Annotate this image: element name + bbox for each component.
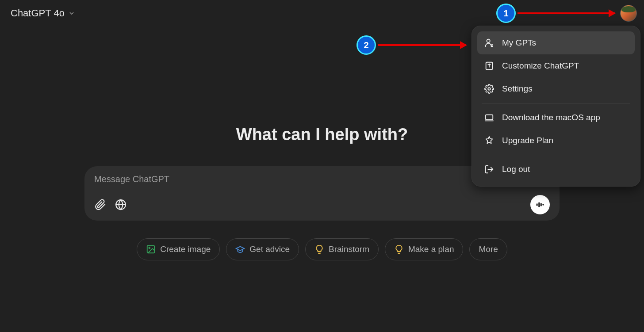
attach-button[interactable]	[94, 198, 107, 211]
menu-label: Settings	[502, 84, 533, 94]
bulb-icon	[314, 244, 324, 254]
chip-label: Make a plan	[408, 244, 454, 254]
image-icon	[146, 244, 156, 254]
chip-make-plan[interactable]: Make a plan	[385, 238, 464, 260]
upgrade-icon	[484, 136, 494, 145]
hero-title: What can I help with?	[236, 125, 408, 144]
chip-brainstorm[interactable]: Brainstorm	[305, 238, 379, 260]
svg-rect-3	[538, 202, 540, 207]
chip-label: Get advice	[249, 244, 290, 254]
menu-divider	[482, 155, 630, 155]
menu-download-app[interactable]: Download the macOS app	[477, 106, 635, 129]
chip-create-image[interactable]: Create image	[137, 238, 220, 260]
annotation-callout-2: 2	[356, 35, 376, 55]
svg-point-10	[492, 46, 493, 47]
logout-icon	[484, 164, 494, 174]
chip-label: More	[479, 244, 498, 254]
voice-button[interactable]	[530, 195, 550, 214]
web-button[interactable]	[115, 198, 127, 211]
advice-icon	[235, 244, 245, 254]
chip-more[interactable]: More	[469, 238, 507, 260]
svg-point-8	[487, 39, 490, 42]
menu-upgrade[interactable]: Upgrade Plan	[477, 129, 635, 152]
menu-label: Log out	[502, 164, 530, 174]
annotation-arrow-1	[518, 12, 615, 14]
customize-icon	[484, 61, 494, 71]
svg-rect-15	[486, 115, 493, 120]
waveform-icon	[535, 200, 545, 210]
svg-point-14	[488, 88, 491, 90]
menu-label: Customize ChatGPT	[502, 61, 579, 71]
svg-rect-4	[540, 203, 542, 206]
composer-toolbar	[94, 195, 550, 214]
laptop-icon	[484, 113, 494, 122]
paperclip-icon	[95, 199, 106, 210]
user-gpt-icon	[484, 38, 494, 48]
globe-icon	[115, 199, 126, 210]
menu-divider	[482, 103, 630, 103]
menu-settings[interactable]: Settings	[477, 77, 635, 100]
user-menu: My GPTs Customize ChatGPT Settings Downl…	[472, 26, 640, 187]
bulb-icon	[394, 244, 404, 254]
chip-label: Brainstorm	[329, 244, 369, 254]
menu-label: Download the macOS app	[502, 113, 600, 122]
annotation-callout-1: 1	[496, 4, 516, 23]
menu-logout[interactable]: Log out	[477, 158, 635, 181]
menu-label: Upgrade Plan	[502, 136, 553, 145]
svg-point-7	[149, 247, 150, 248]
menu-customize[interactable]: Customize ChatGPT	[477, 54, 635, 77]
menu-my-gpts[interactable]: My GPTs	[477, 31, 635, 54]
suggestion-chips: Create image Get advice Brainstorm Make …	[137, 238, 507, 260]
svg-rect-2	[537, 203, 538, 206]
menu-label: My GPTs	[502, 38, 536, 48]
chip-get-advice[interactable]: Get advice	[226, 238, 299, 260]
svg-rect-5	[543, 204, 544, 206]
gear-icon	[484, 84, 494, 94]
annotation-arrow-2	[378, 44, 466, 46]
svg-point-9	[492, 45, 493, 46]
chip-label: Create image	[160, 244, 211, 254]
